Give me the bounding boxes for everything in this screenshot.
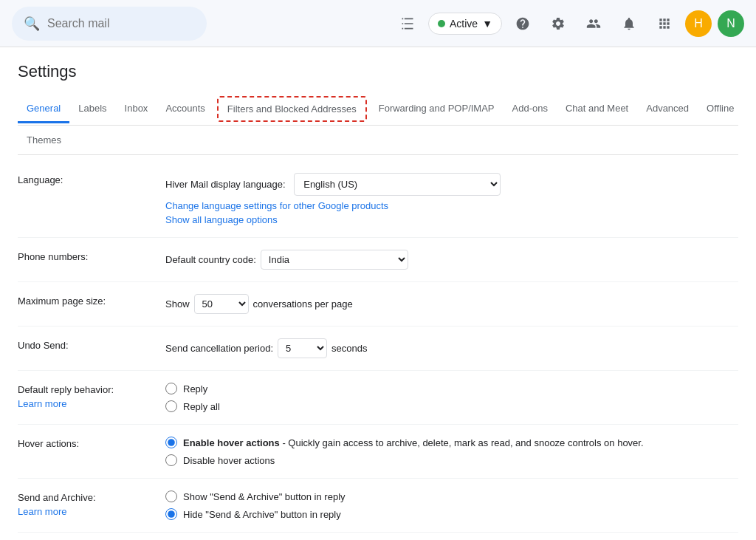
reply-behavior-radio-group: Reply Reply all (165, 383, 738, 412)
send-archive-row: Send and Archive: Learn more Show "Send … (18, 479, 738, 533)
settings-title: Settings (18, 62, 738, 81)
reply-all-option[interactable]: Reply all (165, 400, 738, 412)
hiver-avatar[interactable]: H (685, 10, 712, 37)
show-language-options-link[interactable]: Show all language options (165, 214, 738, 225)
user-avatar[interactable]: N (718, 10, 744, 37)
undo-send-prefix: Send cancellation period: (165, 343, 273, 354)
reply-behavior-learn-more[interactable]: Learn more (18, 398, 165, 409)
send-archive-control: Show "Send & Archive" button in reply Hi… (165, 491, 738, 520)
reply-all-option-label: Reply all (183, 401, 220, 412)
undo-send-suffix: seconds (331, 343, 367, 354)
hide-send-archive-label: Hide "Send & Archive" button in reply (183, 509, 341, 520)
phone-display-label: Default country code: (165, 254, 256, 265)
disable-hover-option[interactable]: Disable hover actions (165, 454, 738, 466)
show-send-archive-radio[interactable] (165, 491, 177, 502)
enable-hover-option[interactable]: Enable hover actions - Quickly gain acce… (165, 437, 738, 448)
status-chevron: ▼ (482, 18, 492, 30)
reply-behavior-control: Reply Reply all (165, 383, 738, 412)
reply-option[interactable]: Reply (165, 383, 738, 394)
search-icon: 🔍 (24, 16, 40, 32)
hover-actions-control: Enable hover actions - Quickly gain acce… (165, 437, 738, 466)
page-size-label: Maximum page size: (18, 294, 165, 307)
status-badge[interactable]: Active ▼ (428, 13, 502, 35)
tab-filters[interactable]: Filters and Blocked Addresses (217, 96, 367, 122)
hide-send-archive-option[interactable]: Hide "Send & Archive" button in reply (165, 508, 738, 520)
enable-hover-bold: Enable hover actions (183, 437, 280, 448)
phone-row: Phone numbers: Default country code: Ind… (18, 238, 738, 282)
hiver-avatar-initial: H (694, 17, 703, 30)
tab-accounts[interactable]: Accounts (157, 95, 213, 123)
disable-hover-label: Disable hover actions (183, 455, 275, 466)
change-language-link[interactable]: Change language settings for other Googl… (165, 200, 738, 211)
tab-labels[interactable]: Labels (69, 95, 115, 123)
settings-icon[interactable] (543, 9, 573, 38)
undo-send-control: Send cancellation period: 5 10 20 30 sec… (165, 338, 738, 358)
settings-container: Settings General Labels Inbox Accounts F… (0, 47, 756, 540)
tab-advanced[interactable]: Advanced (637, 95, 698, 123)
enable-hover-label: Enable hover actions - Quickly gain acce… (183, 437, 644, 448)
contacts-icon[interactable] (579, 9, 608, 38)
hover-actions-label: Hover actions: (18, 437, 165, 449)
tab-chat-meet[interactable]: Chat and Meet (557, 95, 637, 123)
hide-send-archive-radio[interactable] (165, 508, 177, 520)
page-size-prefix: Show (165, 298, 190, 310)
status-dot (438, 20, 445, 27)
undo-send-inline: Send cancellation period: 5 10 20 30 sec… (165, 338, 738, 358)
page-size-row: Maximum page size: Show 50 25 100 conver… (18, 282, 738, 327)
language-label: Language: (18, 173, 165, 185)
topbar-right: Active ▼ (393, 9, 744, 38)
tab-themes[interactable]: Themes (18, 131, 70, 148)
status-label: Active (450, 18, 478, 30)
topbar: 🔍 Active ▼ (0, 0, 756, 47)
filter-icon[interactable] (393, 9, 422, 38)
language-row: Language: Hiver Mail display language: E… (18, 161, 738, 238)
send-archive-radio-group: Show "Send & Archive" button in reply Hi… (165, 491, 738, 520)
page-size-suffix: conversations per page (253, 298, 353, 310)
search-input[interactable] (47, 17, 195, 30)
send-archive-learn-more[interactable]: Learn more (18, 506, 165, 517)
search-box[interactable]: 🔍 (12, 7, 207, 41)
language-control: Hiver Mail display language: English (US… (165, 173, 738, 225)
undo-send-row: Undo Send: Send cancellation period: 5 1… (18, 327, 738, 371)
tab-general[interactable]: General (18, 95, 69, 123)
phone-inline: Default country code: India (165, 250, 738, 270)
reply-behavior-row: Default reply behavior: Learn more Reply… (18, 371, 738, 425)
tabs-row2: Themes (18, 126, 738, 155)
phone-control: Default country code: India (165, 250, 738, 270)
tab-inbox[interactable]: Inbox (116, 95, 157, 123)
apps-icon[interactable] (650, 9, 679, 38)
tab-forwarding[interactable]: Forwarding and POP/IMAP (370, 95, 504, 123)
reply-behavior-label: Default reply behavior: Learn more (18, 383, 165, 409)
help-icon[interactable] (508, 9, 537, 38)
show-send-archive-label: Show "Send & Archive" button in reply (183, 491, 346, 502)
tab-addons[interactable]: Add-ons (504, 95, 557, 123)
undo-send-select[interactable]: 5 10 20 30 (278, 338, 327, 358)
tabs-row: General Labels Inbox Accounts Filters an… (18, 93, 738, 126)
page-size-select[interactable]: 50 25 100 (194, 294, 249, 314)
settings-content: Language: Hiver Mail display language: E… (18, 155, 738, 540)
disable-hover-radio[interactable] (165, 454, 177, 466)
bell-icon[interactable] (614, 9, 644, 38)
user-avatar-initial: N (726, 17, 735, 30)
show-send-archive-option[interactable]: Show "Send & Archive" button in reply (165, 491, 738, 502)
hover-actions-radio-group: Enable hover actions - Quickly gain acce… (165, 437, 738, 466)
hover-actions-row: Hover actions: Enable hover actions - Qu… (18, 425, 738, 479)
language-display-label: Hiver Mail display language: English (US… (165, 173, 738, 196)
page-size-control: Show 50 25 100 conversations per page (165, 294, 738, 314)
reply-option-label: Reply (183, 383, 207, 394)
enable-hover-radio[interactable] (165, 437, 177, 448)
text-style-row: Default text style: (Use the 'Remove for… (18, 533, 738, 540)
enable-hover-desc: - Quickly gain access to archive, delete… (280, 437, 644, 448)
country-code-select[interactable]: India (261, 250, 408, 270)
undo-send-label: Undo Send: (18, 338, 165, 351)
reply-all-radio[interactable] (165, 400, 177, 412)
phone-label: Phone numbers: (18, 250, 165, 262)
tab-offline[interactable]: Offline (698, 95, 738, 123)
page-size-inline: Show 50 25 100 conversations per page (165, 294, 738, 314)
language-select[interactable]: English (US) (294, 173, 501, 196)
send-archive-label: Send and Archive: Learn more (18, 491, 165, 517)
reply-radio[interactable] (165, 383, 177, 394)
